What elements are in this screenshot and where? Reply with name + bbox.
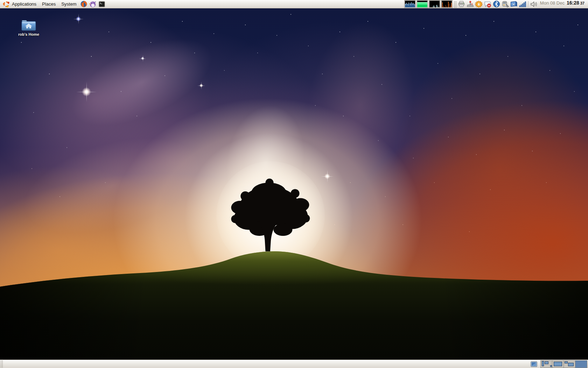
network-monitor-applet[interactable] — [429, 0, 440, 8]
software-updates-icon[interactable] — [475, 0, 483, 8]
messaging-offline-icon[interactable] — [484, 0, 492, 8]
terminal-launcher[interactable] — [97, 0, 106, 8]
clock-seconds: 37 — [580, 1, 584, 5]
show-desktop-button[interactable] — [530, 360, 538, 368]
workspace-1[interactable] — [541, 361, 552, 368]
menu-system-label: System — [61, 1, 76, 7]
memory-monitor-applet[interactable] — [416, 0, 428, 8]
window-list-drag-handle[interactable] — [0, 360, 4, 368]
workspace-2[interactable] — [552, 361, 564, 368]
workspace-window — [554, 362, 562, 366]
hardware-drivers-joystick-icon[interactable] — [466, 0, 474, 8]
firefox-launcher[interactable] — [79, 0, 88, 8]
cpu-monitor-applet[interactable] — [404, 0, 416, 8]
network-signal-icon[interactable] — [519, 0, 527, 8]
top-panel: Applications Places System — [0, 0, 588, 8]
notification-area — [457, 0, 527, 8]
desktop-icon-robs-home[interactable]: rob's Home — [17, 18, 41, 36]
bottom-panel — [0, 360, 588, 368]
ubuntu-logo-icon — [3, 1, 10, 8]
bright-star — [82, 87, 91, 96]
power-manager-icon[interactable] — [501, 0, 509, 8]
bluetooth-icon[interactable] — [492, 0, 500, 8]
home-folder-icon — [21, 18, 37, 32]
disk-monitor-applet[interactable] — [441, 0, 453, 8]
menu-system[interactable]: System — [58, 0, 79, 8]
menu-applications-label: Applications — [12, 1, 36, 7]
menu-places[interactable]: Places — [39, 0, 58, 8]
bright-star — [141, 57, 144, 60]
workspace-window — [568, 363, 574, 366]
clock-date: Mon 08 Dec — [540, 0, 565, 6]
printer-icon[interactable] — [457, 0, 465, 8]
bright-star — [76, 16, 81, 21]
workspace-4-active[interactable] — [575, 361, 587, 368]
panel-separator — [528, 1, 528, 7]
volume-icon[interactable] — [530, 0, 538, 8]
remote-desktop-icon[interactable] — [510, 0, 518, 8]
desktop-icon-label: rob's Home — [18, 32, 39, 36]
grass-hill — [0, 245, 588, 368]
pidgin-icon — [89, 0, 96, 8]
bright-star — [324, 173, 330, 179]
workspace-3[interactable] — [564, 361, 575, 368]
clock-time: 16:28 — [567, 0, 579, 6]
firefox-icon — [80, 0, 88, 8]
clock-applet[interactable]: Mon 08 Dec 16:28 37 — [538, 0, 588, 8]
desktop: rob's Home — [0, 0, 588, 368]
workspace-window — [545, 361, 548, 364]
bright-star — [200, 84, 203, 87]
workspace-window — [542, 361, 544, 366]
workspace-window — [565, 361, 568, 363]
menu-places-label: Places — [42, 1, 56, 7]
notification-area-drag-handle[interactable] — [454, 1, 457, 8]
terminal-icon — [98, 1, 105, 8]
pidgin-launcher[interactable] — [88, 0, 97, 8]
workspace-switcher — [540, 360, 587, 368]
workspace-window — [550, 365, 552, 367]
show-desktop-icon — [531, 361, 537, 367]
menu-applications[interactable]: Applications — [0, 0, 39, 8]
tree-silhouette — [226, 175, 313, 253]
